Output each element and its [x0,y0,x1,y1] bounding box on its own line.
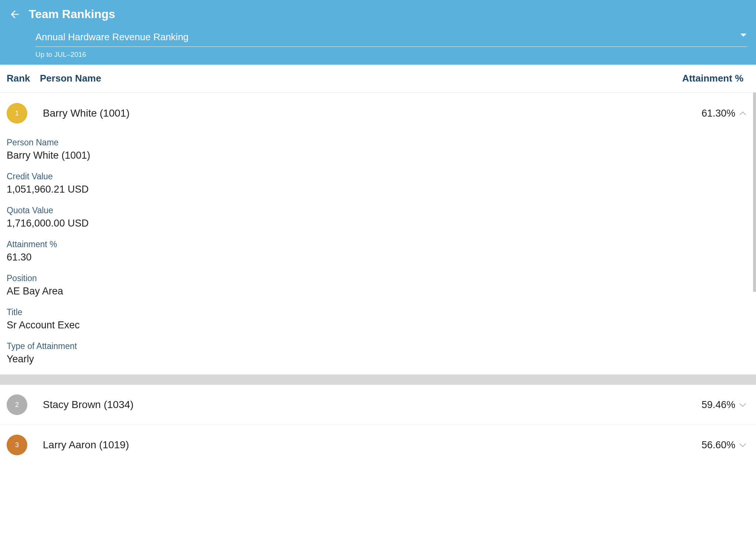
ranking-dropdown[interactable]: Annual Hardware Revenue Ranking [35,31,747,47]
detail-label-credit: Credit Value [7,172,747,182]
column-headers: Rank Person Name Attainment % [0,65,756,93]
detail-value-title: Sr Account Exec [7,320,747,331]
ranking-row-details: Person Name Barry White (1001) Credit Va… [0,133,756,374]
person-name: Stacy Brown (1034) [43,399,701,411]
chevron-down-icon [740,33,747,39]
detail-label-type: Type of Attainment [7,341,747,351]
detail-value-type: Yearly [7,353,747,365]
detail-label-position: Position [7,273,747,283]
col-header-attainment: Attainment % [682,73,747,84]
detail-value-quota: 1,716,000.00 USD [7,218,747,229]
detail-value-attainment: 61.30 [7,252,747,263]
attainment-value: 56.60% [701,439,735,451]
app-header: Team Rankings Annual Hardware Revenue Ra… [0,0,756,65]
person-name: Barry White (1001) [43,107,701,119]
col-header-name: Person Name [40,73,682,84]
chevron-down-icon[interactable] [738,441,747,449]
detail-label-person-name: Person Name [7,138,747,148]
detail-label-title: Title [7,307,747,317]
back-icon[interactable] [9,8,21,20]
ranking-dropdown-label: Annual Hardware Revenue Ranking [35,31,747,43]
attainment-value: 59.46% [701,399,735,411]
scrollbar-thumb[interactable] [753,93,756,292]
detail-value-position: AE Bay Area [7,286,747,297]
ranking-list: 1 Barry White (1001) 61.30% Person Name … [0,93,756,549]
detail-label-quota: Quota Value [7,206,747,215]
person-name: Larry Aaron (1019) [43,439,701,451]
ranking-row[interactable]: 3 Larry Aaron (1019) 56.60% [0,425,756,465]
rank-badge: 2 [7,394,27,415]
section-separator [0,374,756,385]
detail-label-attainment: Attainment % [7,239,747,249]
ranking-row[interactable]: 1 Barry White (1001) 61.30% [0,93,756,133]
chevron-up-icon[interactable] [738,109,747,118]
detail-value-person-name: Barry White (1001) [7,150,747,161]
chevron-down-icon[interactable] [738,400,747,409]
ranking-row[interactable]: 2 Stacy Brown (1034) 59.46% [0,385,756,425]
date-range-subtext: Up to JUL–2016 [35,51,747,59]
col-header-rank: Rank [7,73,40,84]
scrollbar[interactable] [753,93,756,369]
detail-value-credit: 1,051,960.21 USD [7,184,747,195]
rank-badge: 3 [7,435,27,455]
attainment-value: 61.30% [701,108,735,119]
page-title: Team Rankings [29,7,115,21]
rank-badge: 1 [7,103,27,124]
